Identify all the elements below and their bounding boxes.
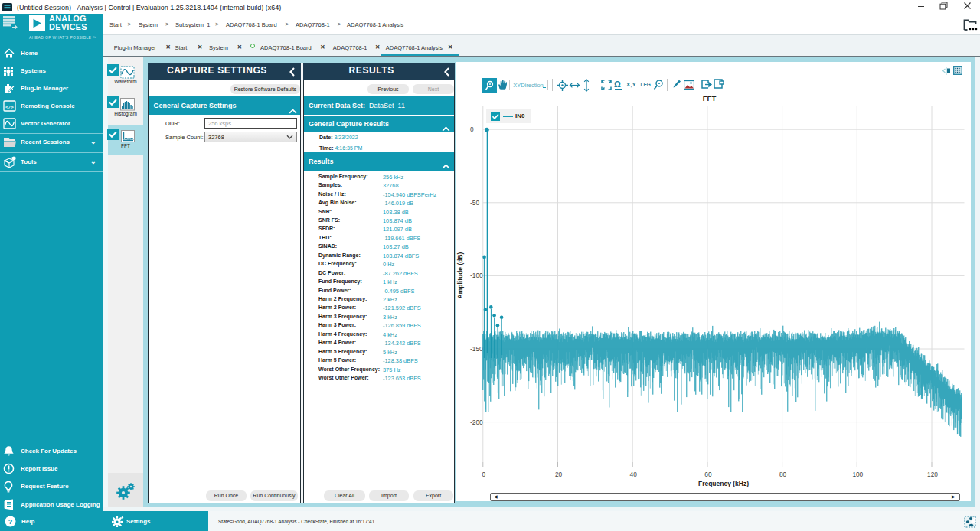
svg-text:0: 0 (482, 471, 485, 478)
svg-text:</>: </> (5, 105, 14, 110)
svg-text:100: 100 (852, 471, 863, 478)
svg-text:-100: -100 (470, 272, 483, 279)
svg-text:FFT: FFT (703, 94, 717, 103)
svg-text:120: 120 (927, 471, 938, 478)
svg-text:-200: -200 (470, 419, 483, 426)
svg-text:?: ? (8, 518, 13, 526)
svg-text:-150: -150 (470, 345, 483, 353)
svg-text:40: 40 (630, 471, 638, 478)
svg-text:-50: -50 (470, 199, 479, 207)
svg-text:0: 0 (470, 125, 474, 133)
svg-text:80: 80 (779, 471, 787, 478)
svg-text:Amplitude (dB): Amplitude (dB) (456, 252, 464, 298)
svg-text:60: 60 (704, 471, 712, 478)
svg-text:Frequency (kHz): Frequency (kHz) (698, 480, 749, 487)
svg-text:20: 20 (555, 471, 563, 478)
